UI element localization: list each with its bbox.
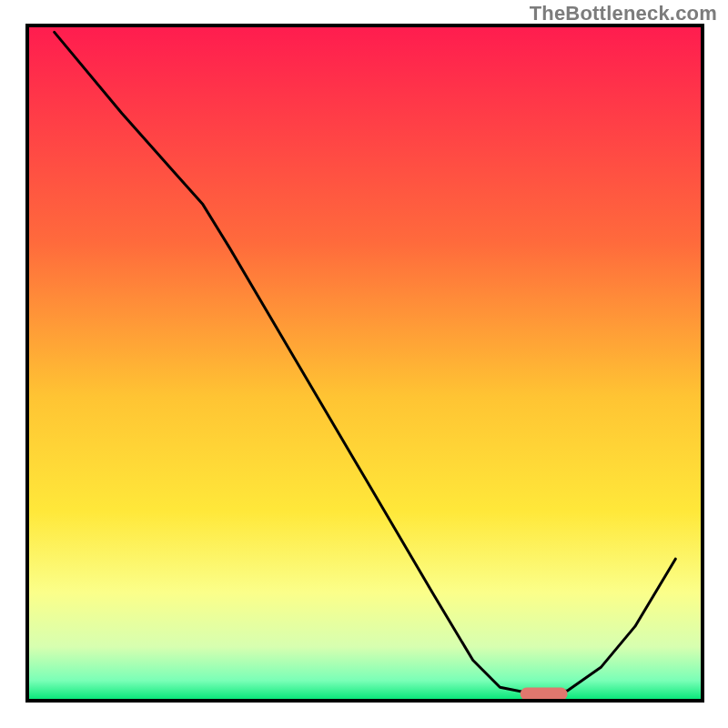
watermark-text: TheBottleneck.com (530, 2, 717, 25)
plot-background (27, 25, 703, 701)
chart-svg (0, 0, 728, 728)
optimal-marker (521, 688, 568, 701)
chart-container: TheBottleneck.com (0, 0, 728, 728)
